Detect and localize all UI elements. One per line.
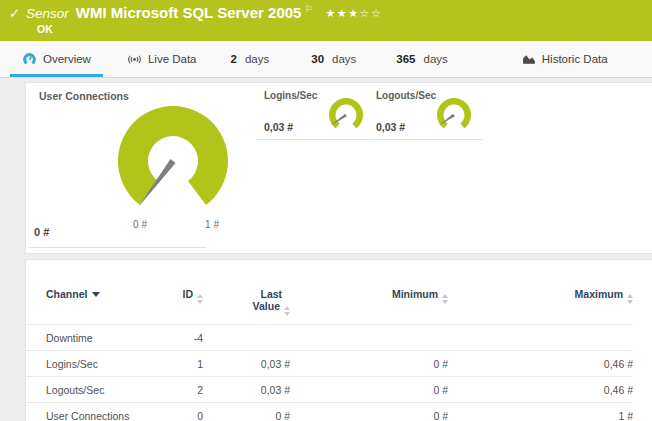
tab-live-data-label: Live Data bbox=[148, 53, 197, 65]
sensor-kind-label: Sensor bbox=[26, 6, 69, 21]
cell-channel[interactable]: Logins/Sec bbox=[26, 351, 156, 377]
cell-channel[interactable]: Downtime bbox=[26, 325, 156, 351]
channel-table: Channel ID LastValue Minimum Maximum Dow… bbox=[26, 284, 633, 421]
channel-table-panel: Channel ID LastValue Minimum Maximum Dow… bbox=[25, 259, 652, 421]
cell-last-value: 0,03 # bbox=[203, 351, 290, 377]
cell-minimum: 0 # bbox=[290, 403, 448, 421]
logins-gauge-title: Logins/Sec bbox=[264, 90, 317, 101]
tab-bar: Overview Live Data 2 days 30 days 365 da… bbox=[0, 41, 652, 78]
logouts-gauge-title: Logouts/Sec bbox=[376, 90, 436, 101]
cell-channel[interactable]: Logouts/Sec bbox=[26, 377, 156, 403]
table-row-user-connections[interactable]: User Connections 0 0 # 0 # 1 # bbox=[26, 403, 633, 421]
cell-minimum: 0 # bbox=[290, 377, 448, 403]
column-header-id[interactable]: ID bbox=[156, 284, 203, 325]
flag-icon[interactable]: ⚐ bbox=[304, 4, 312, 14]
cell-minimum: 0 # bbox=[290, 351, 448, 377]
sensor-title-row: Sensor WMI Microsoft SQL Server 2005 ⚐ ★… bbox=[26, 4, 382, 21]
cell-id: 0 bbox=[156, 403, 203, 421]
table-header-row: Channel ID LastValue Minimum Maximum bbox=[26, 284, 633, 325]
logins-gauge-value: 0,03 # bbox=[264, 121, 293, 133]
sort-icon bbox=[442, 294, 448, 304]
ok-check-icon: ✓ bbox=[9, 6, 20, 21]
divider bbox=[370, 139, 483, 140]
gauge-scale-max: 1 # bbox=[192, 219, 232, 230]
status-badge: OK bbox=[37, 23, 53, 35]
tab-overview-label: Overview bbox=[43, 53, 91, 65]
column-header-minimum[interactable]: Minimum bbox=[290, 284, 448, 325]
cell-last-value: 0,03 # bbox=[203, 377, 290, 403]
logins-gauge bbox=[322, 91, 370, 139]
tab-historic-data[interactable]: Historic Data bbox=[516, 41, 614, 77]
cell-maximum: 1 # bbox=[448, 403, 633, 421]
cell-maximum: 0,46 # bbox=[448, 351, 633, 377]
tab-historic-data-label: Historic Data bbox=[542, 53, 608, 65]
overview-gauges-panel: User Connections 0 # 1 # 0 # Logins/Sec … bbox=[25, 82, 652, 254]
sort-icon bbox=[197, 294, 203, 304]
divider bbox=[29, 247, 206, 248]
cell-last-value bbox=[203, 325, 290, 351]
area-chart-icon bbox=[522, 53, 536, 65]
tab-overview[interactable]: Overview bbox=[10, 41, 103, 77]
tab-live-data[interactable]: Live Data bbox=[121, 41, 203, 77]
column-header-last-value[interactable]: LastValue bbox=[203, 284, 290, 325]
tab-30-days[interactable]: 30 days bbox=[305, 41, 362, 77]
cell-id: -4 bbox=[156, 325, 203, 351]
tab-2-days[interactable]: 2 days bbox=[225, 41, 276, 77]
cell-minimum bbox=[290, 325, 448, 351]
tab-2-days-unit: days bbox=[245, 53, 269, 65]
sort-icon bbox=[627, 294, 633, 304]
tab-365-days[interactable]: 365 days bbox=[390, 41, 453, 77]
cell-maximum bbox=[448, 325, 633, 351]
gauge-scale-min: 0 # bbox=[120, 219, 160, 230]
table-row-logins-sec[interactable]: Logins/Sec 1 0,03 # 0 # 0,46 # bbox=[26, 351, 633, 377]
cell-last-value: 0 # bbox=[203, 403, 290, 421]
tab-365-days-number: 365 bbox=[396, 53, 415, 65]
tab-365-days-unit: days bbox=[424, 53, 448, 65]
divider bbox=[256, 139, 369, 140]
logouts-gauge-value: 0,03 # bbox=[376, 121, 405, 133]
signal-icon bbox=[127, 52, 142, 67]
cell-id: 2 bbox=[156, 377, 203, 403]
cell-maximum: 0,46 # bbox=[448, 377, 633, 403]
sorted-desc-icon bbox=[92, 292, 100, 297]
cell-id: 1 bbox=[156, 351, 203, 377]
cell-channel[interactable]: User Connections bbox=[26, 403, 156, 421]
table-row-logouts-sec[interactable]: Logouts/Sec 2 0,03 # 0 # 0,46 # bbox=[26, 377, 633, 403]
page-title: WMI Microsoft SQL Server 2005 bbox=[76, 4, 302, 21]
column-header-maximum[interactable]: Maximum bbox=[448, 284, 633, 325]
sort-icon bbox=[284, 306, 290, 316]
sensor-header: ✓ Sensor WMI Microsoft SQL Server 2005 ⚐… bbox=[0, 0, 652, 41]
user-connections-gauge bbox=[108, 96, 238, 226]
table-row-downtime[interactable]: Downtime -4 bbox=[26, 325, 633, 351]
column-header-channel[interactable]: Channel bbox=[26, 284, 156, 325]
primary-gauge-value: 0 # bbox=[34, 226, 49, 238]
tab-2-days-number: 2 bbox=[231, 53, 237, 65]
tab-30-days-number: 30 bbox=[311, 53, 324, 65]
gauge-icon bbox=[22, 52, 37, 67]
logouts-gauge bbox=[430, 91, 478, 139]
tab-30-days-unit: days bbox=[332, 53, 356, 65]
priority-stars[interactable]: ★★★☆☆ bbox=[326, 7, 383, 20]
